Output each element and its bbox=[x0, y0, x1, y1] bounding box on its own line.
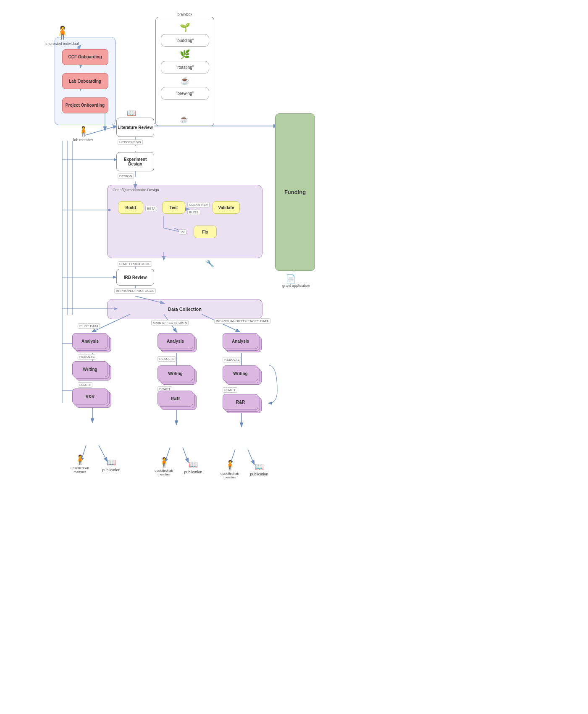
upskilled-1-label: upskilled lab member bbox=[65, 466, 94, 474]
publication-2-node: 📖 publication bbox=[178, 460, 208, 474]
individual-diff-label: INDIVIDUAL DIFFERENCES DATA bbox=[214, 318, 270, 324]
design-label: DESIGN bbox=[118, 173, 134, 179]
writing-3-stack: Writing bbox=[223, 365, 258, 381]
analysis-2-label: Analysis bbox=[167, 339, 184, 344]
validate-label: Validate bbox=[218, 205, 234, 210]
grant-label: grant application bbox=[279, 284, 313, 288]
lab-onboarding-label: Lab Onboarding bbox=[69, 79, 101, 84]
rr-1-stack: R&R bbox=[72, 388, 108, 404]
lab-member-label: lab member bbox=[73, 138, 93, 142]
book-icon-lit: 📖 bbox=[127, 108, 136, 118]
experiment-design-box: Experiment Design bbox=[116, 152, 154, 171]
writing-1-label: Writing bbox=[83, 367, 97, 372]
book-icon-pub-3: 📖 bbox=[255, 462, 264, 471]
beta-label: BETA bbox=[145, 206, 157, 211]
literature-review-label: Literature Review bbox=[118, 125, 152, 130]
roasting-label: "roasting" bbox=[176, 65, 194, 70]
data-collection-label: Data Collection bbox=[168, 307, 202, 312]
project-onboarding-box: Project Onboarding bbox=[62, 97, 108, 113]
brewing-box: "brewing" bbox=[161, 87, 209, 100]
upskilled-3-node: 🧍 upskilled lab member bbox=[215, 460, 244, 479]
diagram-canvas: 🧍 interested individual CCF Onboarding L… bbox=[0, 0, 588, 714]
rr-3-stack: R&R bbox=[223, 394, 258, 410]
budding-label: "budding" bbox=[176, 38, 194, 43]
literature-review-box: Literature Review bbox=[116, 118, 154, 137]
analysis-3-stack: Analysis bbox=[223, 333, 258, 349]
rr-3-label: R&R bbox=[236, 400, 245, 404]
person-icon-lab: 🧍 bbox=[78, 126, 89, 137]
funding-label: Funding bbox=[284, 189, 306, 195]
sprout-icon: 🌱 bbox=[180, 22, 190, 32]
irb-review-box: IRB Review bbox=[116, 269, 154, 286]
upskilled-2-label: upskilled lab member bbox=[149, 469, 178, 476]
irb-review-label: IRB Review bbox=[124, 275, 147, 280]
data-collection-box: Data Collection bbox=[107, 299, 262, 319]
upskilled-2-node: 🧍 upskilled lab member bbox=[149, 457, 178, 476]
v2-label: V2 bbox=[179, 229, 186, 235]
grant-icon: 📄 bbox=[286, 274, 296, 284]
results-3-label: RESULTS bbox=[223, 357, 241, 362]
upskilled-1-node: 🧍 upskilled lab member bbox=[65, 454, 94, 474]
test-label: Test bbox=[170, 205, 178, 210]
funding-box: Funding bbox=[275, 113, 315, 271]
build-box: Build bbox=[118, 201, 143, 214]
ccf-onboarding-box: CCF Onboarding bbox=[62, 49, 108, 65]
coffee-cup-icon: ☕ bbox=[180, 115, 188, 123]
rr-1-label: R&R bbox=[86, 394, 95, 399]
code-questionnaire-label: Code/Questionnaire Design bbox=[113, 188, 159, 192]
ccf-onboarding-label: CCF Onboarding bbox=[68, 55, 102, 59]
analysis-1-stack: Analysis bbox=[72, 333, 108, 349]
brainbox-label: brainBox bbox=[177, 12, 192, 16]
rr-2-stack: R&R bbox=[158, 391, 193, 407]
test-box: Test bbox=[162, 201, 185, 214]
publication-3-label: publication bbox=[250, 472, 268, 476]
draft-1-label: DRAFT bbox=[78, 382, 92, 388]
fix-label: Fix bbox=[202, 230, 208, 234]
publication-1-node: 📖 publication bbox=[97, 458, 126, 472]
bean-icon: ☕ bbox=[180, 76, 189, 85]
draft-protocol-label: DRAFT PROTOCOL bbox=[118, 261, 152, 267]
person-icon-upskilled-1: 🧍 bbox=[74, 454, 86, 465]
fix-box: Fix bbox=[194, 226, 217, 238]
hypothesis-label: HYPOTHESIS bbox=[118, 139, 143, 145]
publication-3-node: 📖 publication bbox=[244, 462, 274, 476]
analysis-1-label: Analysis bbox=[81, 339, 99, 344]
lab-member-node: 🧍 lab member bbox=[66, 126, 100, 142]
upskilled-3-label: upskilled lab member bbox=[215, 472, 244, 479]
brewing-label: "brewing" bbox=[176, 91, 194, 96]
roasting-box: "roasting" bbox=[161, 61, 209, 74]
validate-box: Validate bbox=[213, 201, 240, 214]
lab-onboarding-box: Lab Onboarding bbox=[62, 73, 108, 89]
publication-1-label: publication bbox=[102, 468, 120, 472]
bugs-label: BUGS bbox=[187, 210, 200, 215]
analysis-3-label: Analysis bbox=[232, 339, 249, 344]
main-effects-label: MAIN EFFECTS DATA bbox=[151, 320, 189, 326]
plant-icon: 🌿 bbox=[180, 49, 190, 59]
publication-2-label: publication bbox=[184, 470, 202, 474]
writing-3-label: Writing bbox=[233, 371, 247, 376]
writing-1-stack: Writing bbox=[72, 361, 108, 377]
draft-3-label: DRAFT bbox=[223, 387, 237, 393]
results-1-label: RESULTS bbox=[78, 354, 96, 360]
analysis-2-stack: Analysis bbox=[158, 333, 193, 349]
pilot-data-label: PILOT DATA bbox=[78, 323, 100, 329]
project-onboarding-label: Project Onboarding bbox=[66, 103, 105, 108]
writing-2-label: Writing bbox=[168, 371, 182, 376]
person-icon-upskilled-2: 🧍 bbox=[158, 457, 170, 468]
onboarding-container: CCF Onboarding Lab Onboarding Project On… bbox=[55, 37, 116, 125]
clean-rev-label: CLEAN REV bbox=[187, 202, 210, 207]
brainbox-container: brainBox 🌱 "budding" 🌿 "roasting" ☕ "bre… bbox=[155, 17, 214, 126]
build-label: Build bbox=[126, 205, 136, 210]
budding-box: "budding" bbox=[161, 34, 209, 47]
rr-2-label: R&R bbox=[171, 396, 180, 401]
experiment-design-label: Experiment Design bbox=[117, 157, 154, 166]
person-icon-upskilled-3: 🧍 bbox=[224, 460, 236, 471]
approved-protocol-label: APPROVED PROTOCOL bbox=[114, 288, 156, 294]
results-2-label: RESULTS bbox=[158, 356, 176, 362]
writing-2-stack: Writing bbox=[158, 365, 193, 381]
book-icon-pub-1: 📖 bbox=[107, 458, 116, 467]
code-questionnaire-container: Code/Questionnaire Design Build BETA Tes… bbox=[107, 185, 262, 258]
wrench-icon: 🔧 bbox=[206, 260, 214, 268]
book-icon-pub-2: 📖 bbox=[189, 460, 198, 469]
